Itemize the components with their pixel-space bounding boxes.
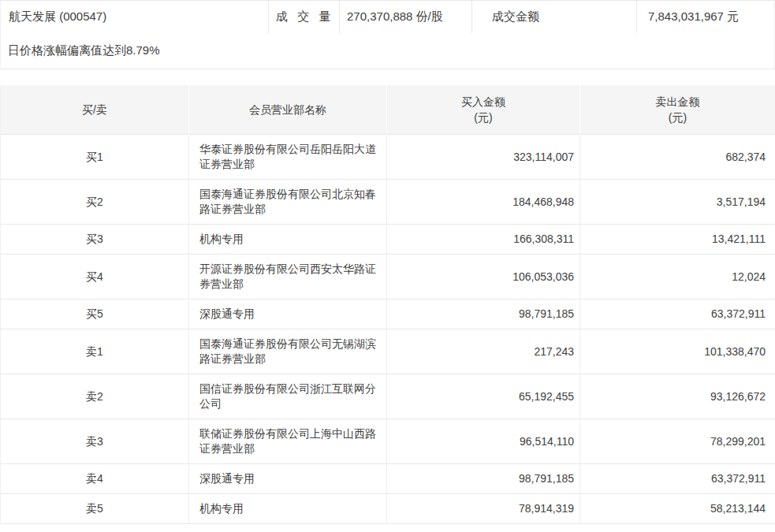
sell-amount-cell: 12,024 [580, 255, 775, 299]
table-row: 买2 国泰海通证券股份有限公司北京知春路证券营业部 184,468,948 3,… [1, 180, 775, 225]
buy-amount-cell: 217,243 [387, 329, 580, 374]
sell-amount-cell: 63,372,911 [580, 299, 775, 329]
buy-amount-cell: 166,308,311 [387, 225, 580, 255]
col-header-sell: 卖出金额 (元) [580, 85, 775, 135]
sell-amount-cell: 78,299,201 [580, 419, 775, 464]
branch-cell: 国泰海通证券股份有限公司北京知春路证券营业部 [189, 180, 387, 225]
branch-cell: 机构专用 [189, 494, 387, 524]
table-row: 买3 机构专用 166,308,311 13,421,111 [1, 225, 775, 255]
sell-amount-cell: 93,126,672 [580, 374, 775, 419]
table-row: 卖5 机构专用 78,914,319 58,213,144 [1, 494, 775, 524]
side-cell: 买4 [1, 255, 189, 299]
side-cell: 买2 [1, 180, 189, 225]
branch-cell: 深股通专用 [189, 464, 387, 494]
table-row: 卖4 深股通专用 98,791,185 63,372,911 [1, 464, 775, 494]
sell-amount-cell: 13,421,111 [580, 225, 775, 255]
stock-name-code: 航天发展 (000547) [1, 1, 269, 33]
side-cell: 卖1 [1, 329, 189, 374]
table-header: 买/卖 会员营业部名称 买入金额 (元) 卖出金额 (元) [1, 85, 775, 135]
side-cell: 卖4 [1, 464, 189, 494]
price-deviation-notice: 日价格涨幅偏离值达到8.79% [0, 33, 775, 69]
volume-value: 270,370,888 份/股 [340, 1, 472, 33]
side-cell: 买5 [1, 299, 189, 329]
side-cell: 买3 [1, 225, 189, 255]
col-header-branch: 会员营业部名称 [189, 85, 387, 135]
sell-amount-cell: 3,517,194 [580, 180, 775, 225]
side-cell: 买1 [1, 135, 189, 180]
col-header-side: 买/卖 [1, 85, 189, 135]
table-row: 卖1 国泰海通证券股份有限公司无锡湖滨路证券营业部 217,243 101,33… [1, 329, 775, 374]
buy-amount-cell: 323,114,007 [387, 135, 580, 180]
turnover-value: 7,843,031,967 元 [637, 1, 774, 33]
table-row: 买1 华泰证券股份有限公司岳阳岳阳大道证券营业部 323,114,007 682… [1, 135, 775, 180]
branch-cell: 国信证券股份有限公司浙江互联网分公司 [189, 374, 387, 419]
branch-cell: 联储证券股份有限公司上海中山西路证券营业部 [189, 419, 387, 464]
sell-amount-cell: 101,338,470 [580, 329, 775, 374]
side-cell: 卖2 [1, 374, 189, 419]
table-row: 卖2 国信证券股份有限公司浙江互联网分公司 65,192,455 93,126,… [1, 374, 775, 419]
sell-amount-cell: 682,374 [580, 135, 775, 180]
sell-amount-cell: 63,372,911 [580, 464, 775, 494]
branch-cell: 开源证券股份有限公司西安太华路证券营业部 [189, 255, 387, 299]
table-row: 买4 开源证券股份有限公司西安太华路证券营业部 106,053,036 12,0… [1, 255, 775, 299]
volume-label: 成 交 量 [269, 1, 340, 33]
buy-amount-cell: 184,468,948 [387, 180, 580, 225]
branch-cell: 国泰海通证券股份有限公司无锡湖滨路证券营业部 [189, 329, 387, 374]
buy-amount-cell: 96,514,110 [387, 419, 580, 464]
stock-summary-bar: 航天发展 (000547) 成 交 量 270,370,888 份/股 成交金额… [0, 0, 775, 33]
col-header-buy: 买入金额 (元) [387, 85, 580, 135]
buy-amount-cell: 98,791,185 [387, 464, 580, 494]
buy-amount-cell: 78,914,319 [387, 494, 580, 524]
notice-text: 日价格涨幅偏离值达到8.79% [8, 43, 160, 58]
spacer [0, 69, 775, 85]
buy-amount-cell: 98,791,185 [387, 299, 580, 329]
side-cell: 卖3 [1, 419, 189, 464]
side-cell: 卖5 [1, 494, 189, 524]
broker-seats-table: 买/卖 会员营业部名称 买入金额 (元) 卖出金额 (元) 买1 华泰证券股份有… [0, 85, 775, 524]
sell-amount-cell: 58,213,144 [580, 494, 775, 524]
buy-amount-cell: 65,192,455 [387, 374, 580, 419]
buy-amount-cell: 106,053,036 [387, 255, 580, 299]
branch-cell: 机构专用 [189, 225, 387, 255]
table-row: 买5 深股通专用 98,791,185 63,372,911 [1, 299, 775, 329]
branch-cell: 华泰证券股份有限公司岳阳岳阳大道证券营业部 [189, 135, 387, 180]
branch-cell: 深股通专用 [189, 299, 387, 329]
table-row: 卖3 联储证券股份有限公司上海中山西路证券营业部 96,514,110 78,2… [1, 419, 775, 464]
table-body: 买1 华泰证券股份有限公司岳阳岳阳大道证券营业部 323,114,007 682… [1, 135, 775, 524]
turnover-label: 成交金额 [472, 1, 637, 33]
